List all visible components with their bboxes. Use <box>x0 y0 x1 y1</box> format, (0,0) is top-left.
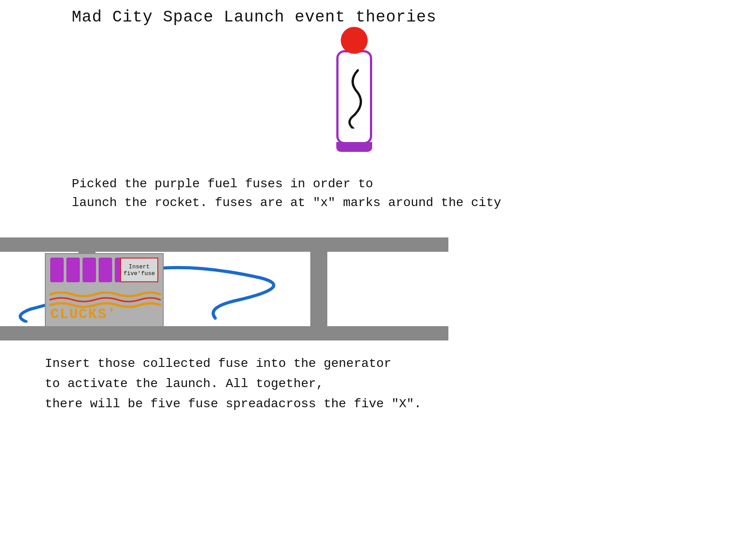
rocket-squiggle-svg <box>341 66 368 129</box>
fuse-slot-2 <box>66 258 80 282</box>
rocket-nose <box>341 27 368 54</box>
fuse-slot-1 <box>50 258 64 282</box>
description-text-1: Picked the purple fuel fuses in order to… <box>72 175 501 212</box>
description-text-2: Insert those collected fuse into the gen… <box>45 354 421 414</box>
fuse-slots-row <box>50 258 128 282</box>
fuse-slot-3 <box>83 258 96 282</box>
scene-bottom-bar <box>0 326 448 340</box>
rocket-body <box>336 50 372 144</box>
fuse-slot-4 <box>99 258 112 282</box>
generator-box: Insert five'fuse CLUCKS' <box>45 253 164 327</box>
rocket-illustration <box>336 27 372 152</box>
clucks-label: CLUCKS' <box>50 306 117 323</box>
page-title: Mad City Space Launch event theories <box>72 8 437 26</box>
scene-top-bar <box>0 237 448 252</box>
insert-label: Insert five'fuse <box>120 258 158 282</box>
scene-container: Insert five'fuse CLUCKS' <box>0 237 448 340</box>
